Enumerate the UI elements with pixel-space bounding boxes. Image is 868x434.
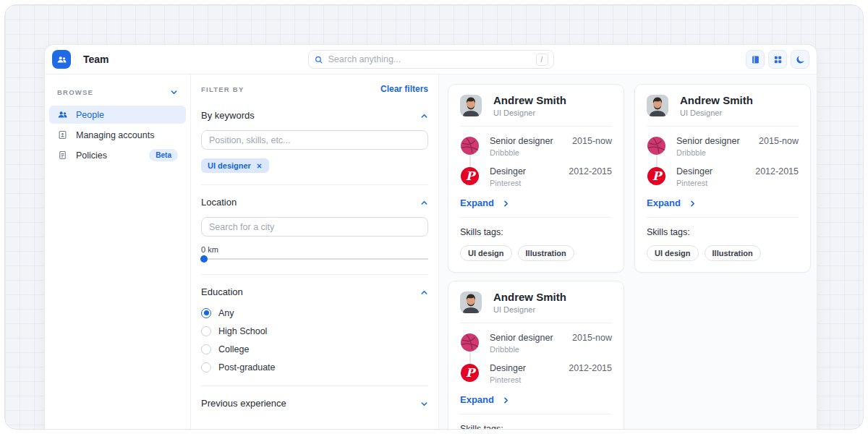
divider (201, 184, 428, 185)
document-icon (57, 150, 68, 161)
section-location[interactable]: Location (201, 197, 428, 208)
avatar (460, 292, 482, 313)
beta-badge: Beta (149, 149, 178, 161)
person-name: Andrew Smith (680, 94, 753, 106)
skill-tag: UI design (647, 245, 699, 261)
experience-row: Senior designer Dribbble 2015-now (460, 333, 612, 354)
chevron-right-icon (502, 197, 510, 208)
experience-period: 2012-2015 (569, 363, 612, 373)
search-icon (314, 53, 323, 66)
skills-label: Skills tags: (460, 424, 612, 429)
experience-company: Dribbble (490, 345, 553, 354)
sidebar-item-policies[interactable]: Policies Beta (49, 146, 186, 164)
filter-by-label: Filter by (201, 85, 244, 93)
skills-label: Skills tags: (460, 227, 612, 237)
experience-title: Senior designer (676, 136, 740, 146)
expand-button[interactable]: Expand (460, 394, 510, 405)
experience-title: Desinger (676, 166, 712, 176)
divider (647, 217, 799, 218)
app-logo-icon (52, 50, 71, 69)
divider (460, 414, 612, 414)
divider (460, 217, 612, 218)
experience-period: 2015-now (759, 136, 799, 146)
keyword-tag: UI designer (201, 158, 269, 173)
experience-title: Senior designer (490, 136, 553, 146)
experience-row: Senior designer Dribbble 2015-now (460, 136, 612, 157)
section-education[interactable]: Education (201, 286, 428, 297)
expand-button[interactable]: Expand (460, 197, 510, 208)
radio-option-college[interactable]: College (201, 342, 428, 356)
person-role: UI Designer (493, 109, 566, 117)
experience-row: Senior designer Dribbble 2015-now (647, 136, 799, 157)
sidebar-section-browse[interactable]: Browse (49, 82, 186, 106)
experience-period: 2015-now (572, 136, 612, 146)
sidebar: Browse People Managing accounts Policies… (45, 75, 191, 429)
sidebar-item-label: Policies (76, 150, 107, 161)
results-grid: Andrew Smith UI Designer Senior designer… (439, 75, 817, 429)
section-title: Education (201, 286, 243, 297)
app-header: Team / (45, 45, 817, 75)
users-icon (57, 109, 68, 120)
search-bar[interactable]: / (308, 50, 554, 69)
experience-period: 2012-2015 (755, 166, 799, 176)
close-icon[interactable] (256, 163, 263, 169)
pinterest-icon (647, 166, 666, 186)
radio-option-post-graduate[interactable]: Post-graduate (201, 360, 428, 374)
experience-company: Pinterest (490, 375, 526, 384)
skill-tag: Illustration (518, 245, 574, 261)
radio-icon[interactable] (201, 344, 211, 354)
sidebar-item-people[interactable]: People (49, 106, 186, 124)
section-title: By keywords (201, 110, 255, 121)
person-card: Andrew Smith UI Designer Senior designer… (448, 281, 624, 429)
app-content: Browse People Managing accounts Policies… (45, 75, 817, 429)
keywords-input[interactable] (201, 130, 428, 150)
book-icon[interactable] (746, 50, 765, 69)
skill-tag: Illustration (705, 245, 761, 261)
clear-filters-button[interactable]: Clear filters (380, 84, 428, 94)
slider-track[interactable] (201, 258, 428, 260)
header-actions (746, 50, 809, 69)
app-window: Team / Browse People (44, 44, 817, 429)
app-title: Team (83, 54, 109, 65)
keyword-tag-label: UI designer (208, 161, 251, 170)
experience-period: 2012-2015 (569, 166, 612, 176)
city-input[interactable] (201, 217, 428, 237)
person-card: Andrew Smith UI Designer Senior designer… (448, 84, 624, 273)
person-name: Andrew Smith (493, 291, 566, 303)
radio-icon[interactable] (201, 308, 211, 318)
experience-period: 2015-now (572, 333, 612, 343)
chevron-up-icon (420, 197, 428, 208)
desktop-background: Team / Browse People (4, 4, 864, 430)
section-previous-experience[interactable]: Previous experience (201, 398, 428, 409)
grid-icon[interactable] (768, 50, 787, 69)
avatar (647, 95, 668, 116)
sidebar-item-label: People (76, 110, 104, 120)
section-by-keywords[interactable]: By keywords (201, 110, 428, 121)
dribbble-icon (460, 333, 480, 352)
distance-slider[interactable] (201, 255, 428, 263)
moon-icon[interactable] (791, 50, 809, 69)
sidebar-item-managing-accounts[interactable]: Managing accounts (49, 126, 186, 144)
divider (647, 126, 799, 127)
person-name: Andrew Smith (493, 94, 566, 106)
radio-icon[interactable] (201, 326, 211, 336)
person-role: UI Designer (493, 305, 566, 314)
experience-row: Desinger Pinterest 2012-2015 (647, 166, 799, 187)
radio-option-any[interactable]: Any (201, 306, 428, 320)
expand-button[interactable]: Expand (647, 197, 697, 208)
pinterest-icon (460, 166, 480, 186)
radio-option-high-school[interactable]: High School (201, 324, 428, 338)
browse-label: Browse (57, 88, 93, 96)
chevron-up-icon (420, 286, 428, 297)
search-input[interactable] (328, 54, 531, 64)
skill-tag: UI design (460, 245, 512, 261)
radio-icon[interactable] (201, 362, 211, 373)
person-card: Andrew Smith UI Designer Senior designer… (634, 84, 811, 273)
section-title: Location (201, 197, 237, 208)
dribbble-icon (647, 136, 666, 156)
slider-thumb[interactable] (200, 255, 208, 263)
person-role: UI Designer (680, 109, 753, 117)
experience-title: Desinger (490, 363, 526, 373)
experience-row: Desinger Pinterest 2012-2015 (460, 363, 612, 384)
section-title: Previous experience (201, 398, 286, 409)
